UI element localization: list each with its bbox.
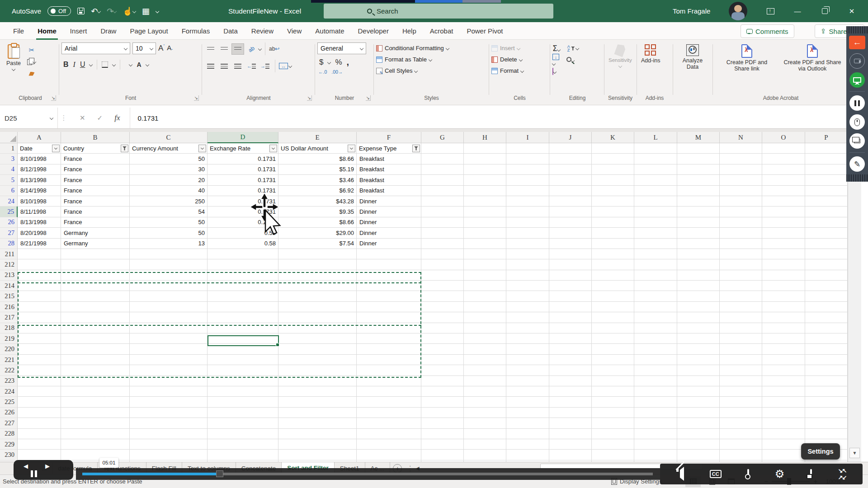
empty-cell[interactable]: [634, 259, 677, 270]
empty-cell[interactable]: [805, 281, 848, 291]
percent-style-button[interactable]: %: [335, 58, 342, 67]
empty-cell[interactable]: [592, 154, 634, 164]
qat-overflow-button[interactable]: [156, 10, 159, 13]
annotate-button[interactable]: ✎: [849, 156, 865, 172]
cell[interactable]: [357, 302, 421, 312]
row-header-3[interactable]: 3: [0, 154, 18, 164]
empty-cell[interactable]: [592, 323, 634, 333]
empty-cell[interactable]: [592, 365, 634, 375]
format-as-table-button[interactable]: Format as Table: [376, 54, 487, 65]
cell[interactable]: [208, 365, 278, 375]
empty-cell[interactable]: [592, 239, 634, 249]
ribbon-tab-power-pivot[interactable]: Power Pivot: [460, 22, 509, 40]
ribbon-tab-insert[interactable]: Insert: [63, 22, 94, 40]
cell[interactable]: 8/21/1998: [18, 239, 61, 249]
empty-cell[interactable]: [549, 429, 592, 439]
empty-cell[interactable]: [549, 281, 592, 291]
cell[interactable]: [18, 270, 61, 281]
cell[interactable]: [18, 259, 61, 270]
empty-cell[interactable]: [592, 196, 634, 206]
cell[interactable]: 0.1731: [208, 154, 278, 164]
empty-cell[interactable]: [421, 270, 464, 281]
empty-cell[interactable]: [762, 397, 805, 407]
cell[interactable]: [278, 365, 357, 375]
cell[interactable]: [61, 418, 130, 428]
cell[interactable]: [130, 418, 208, 428]
empty-cell[interactable]: [634, 291, 677, 301]
empty-cell[interactable]: [805, 429, 848, 439]
cell[interactable]: 50: [130, 217, 208, 228]
cell[interactable]: 8/10/1998: [18, 196, 61, 206]
cell[interactable]: [130, 333, 208, 344]
empty-cell[interactable]: [677, 302, 720, 312]
cell[interactable]: [278, 376, 357, 386]
empty-cell[interactable]: [634, 376, 677, 386]
empty-cell[interactable]: [549, 312, 592, 323]
format-painter-button[interactable]: [26, 69, 37, 79]
empty-cell[interactable]: [549, 418, 592, 428]
transcript-button[interactable]: [747, 470, 749, 478]
select-all-corner[interactable]: [0, 132, 18, 143]
ribbon-tab-data[interactable]: Data: [217, 22, 245, 40]
empty-cell[interactable]: [464, 323, 506, 333]
empty-cell[interactable]: [592, 164, 634, 175]
fill-button[interactable]: ↓: [552, 54, 559, 66]
column-header-g[interactable]: G: [421, 132, 464, 143]
empty-cell[interactable]: [677, 333, 720, 344]
row-header-224[interactable]: 224: [0, 386, 18, 397]
filter-button-exchange-rate[interactable]: [269, 145, 277, 152]
empty-cell[interactable]: [506, 291, 549, 301]
empty-cell[interactable]: [464, 249, 506, 259]
empty-cell[interactable]: [464, 228, 506, 238]
empty-cell[interactable]: [506, 344, 549, 354]
pause-button[interactable]: [31, 470, 37, 477]
empty-cell[interactable]: [634, 196, 677, 206]
save-button[interactable]: [77, 8, 85, 14]
empty-cell[interactable]: [805, 270, 848, 281]
empty-cell[interactable]: [720, 418, 762, 428]
empty-cell[interactable]: [762, 143, 805, 154]
cell[interactable]: [130, 376, 208, 386]
filter-button-currency-amount[interactable]: [198, 145, 206, 152]
column-header-l[interactable]: L: [634, 132, 677, 143]
cell[interactable]: [208, 259, 278, 270]
empty-cell[interactable]: [720, 154, 762, 164]
row-header-221[interactable]: 221: [0, 355, 18, 365]
empty-cell[interactable]: [762, 270, 805, 281]
empty-cell[interactable]: [506, 281, 549, 291]
empty-cell[interactable]: [720, 186, 762, 196]
cell[interactable]: 0.1731: [208, 196, 278, 206]
empty-cell[interactable]: [720, 333, 762, 344]
column-header-f[interactable]: F: [357, 132, 421, 143]
analyze-data-button[interactable]: Analyze Data: [675, 42, 711, 72]
cell[interactable]: $43.28: [278, 196, 357, 206]
empty-cell[interactable]: [464, 239, 506, 249]
row-header-220[interactable]: 220: [0, 344, 18, 354]
empty-cell[interactable]: [549, 175, 592, 185]
cell[interactable]: Dinner: [357, 196, 421, 206]
empty-cell[interactable]: [762, 386, 805, 397]
row-header-1[interactable]: 1: [0, 143, 18, 154]
empty-cell[interactable]: [464, 154, 506, 164]
cell[interactable]: [61, 450, 130, 460]
empty-cell[interactable]: [464, 270, 506, 281]
empty-cell[interactable]: [677, 376, 720, 386]
empty-cell[interactable]: [549, 217, 592, 228]
cell[interactable]: [61, 376, 130, 386]
empty-cell[interactable]: [506, 408, 549, 418]
empty-cell[interactable]: [421, 228, 464, 238]
cell[interactable]: [61, 281, 130, 291]
cell[interactable]: [18, 376, 61, 386]
empty-cell[interactable]: [464, 429, 506, 439]
bold-button[interactable]: B: [63, 61, 69, 69]
filter-header-currency-amount[interactable]: Currency Amount: [130, 143, 208, 154]
empty-cell[interactable]: [421, 196, 464, 206]
empty-cell[interactable]: [720, 270, 762, 281]
skip-back-button[interactable]: ◀: [24, 463, 28, 469]
cell[interactable]: Dinner: [357, 206, 421, 217]
empty-cell[interactable]: [720, 450, 762, 460]
empty-cell[interactable]: [762, 312, 805, 323]
empty-cell[interactable]: [464, 365, 506, 375]
filter-header-country[interactable]: Country: [61, 143, 130, 154]
empty-cell[interactable]: [677, 386, 720, 397]
